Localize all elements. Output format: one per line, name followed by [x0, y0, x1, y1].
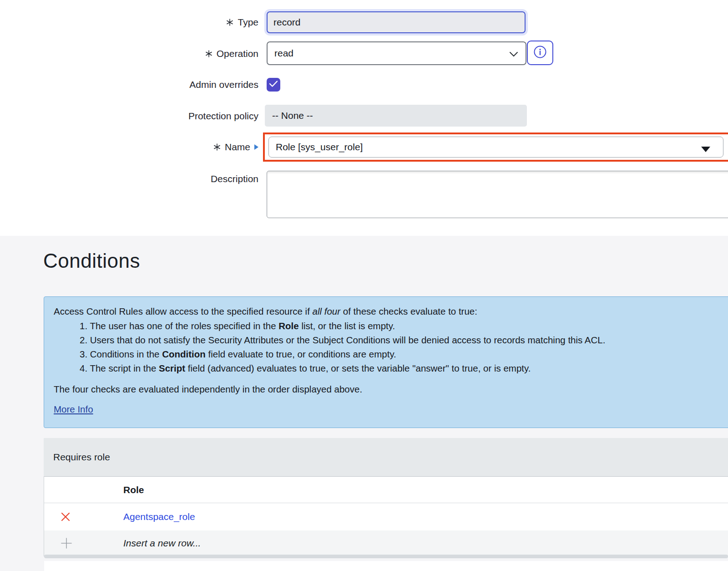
checkmark-icon: [269, 80, 278, 89]
acl-check-item-3: Conditions in the Condition field evalua…: [80, 347, 726, 361]
acl-checks-list: The user has one of the roles specified …: [54, 319, 726, 375]
protection-policy-field: -- None --: [265, 105, 527, 127]
operation-label-text: Operation: [217, 48, 258, 59]
mandatory-star-icon: [226, 19, 233, 26]
description-label: Description: [0, 172, 258, 186]
acl-form-screen: Type record Operation read Admin overrid…: [0, 0, 728, 571]
add-row-icon: [60, 537, 73, 550]
chevron-down-icon: [509, 51, 518, 57]
protection-policy-label-text: Protection policy: [188, 111, 258, 122]
requires-role-table: Role Agentspace_role: [44, 476, 728, 556]
operation-selected-value: read: [274, 48, 293, 58]
acl-check-item-4: The script in the Script field (advanced…: [80, 361, 726, 375]
horizontal-scrollbar[interactable]: [44, 555, 728, 558]
operation-info-button[interactable]: [527, 41, 553, 65]
more-info-link[interactable]: More Info: [54, 404, 93, 415]
conditions-heading: Conditions: [43, 250, 140, 272]
table-header-row: Role: [44, 477, 728, 503]
description-textarea[interactable]: [267, 171, 728, 218]
name-selected-value: Role [sys_user_role]: [276, 142, 363, 153]
next-section-edge: [44, 561, 728, 571]
description-label-text: Description: [211, 173, 258, 184]
table-row: Agentspace_role: [44, 503, 728, 530]
role-column-header: Role: [123, 484, 144, 495]
type-label-text: Type: [238, 17, 258, 28]
acl-form: Type record Operation read Admin overrid…: [0, 0, 728, 236]
requires-role-header-text: Requires role: [53, 452, 110, 463]
role-link[interactable]: Agentspace_role: [123, 511, 195, 522]
operation-select[interactable]: read: [267, 41, 526, 65]
acl-check-item-2: Users that do not satisfy the Security A…: [80, 333, 726, 347]
name-field-highlight-annotation: Role [sys_user_role]: [263, 133, 728, 162]
delete-row-icon[interactable]: [60, 511, 71, 522]
mandatory-star-icon: [205, 50, 212, 57]
type-field[interactable]: record: [267, 11, 526, 33]
name-label: Name: [0, 140, 258, 154]
admin-overrides-label-text: Admin overrides: [189, 79, 258, 90]
acl-check-item-1: The user has one of the roles specified …: [80, 319, 726, 333]
reference-arrow-icon: [254, 144, 258, 150]
info-intro: Access Control Rules allow access to the…: [54, 305, 726, 318]
caret-down-icon: [701, 147, 710, 152]
admin-overrides-checkbox[interactable]: [267, 78, 280, 92]
requires-role-header: Requires role: [44, 438, 728, 476]
info-icon: [533, 45, 547, 61]
type-label: Type: [0, 15, 258, 29]
name-select[interactable]: Role [sys_user_role]: [268, 137, 723, 158]
conditions-section: Conditions Access Control Rules allow ac…: [0, 236, 728, 571]
info-footer: The four checks are evaluated independen…: [54, 382, 726, 396]
admin-overrides-label: Admin overrides: [0, 78, 258, 92]
name-label-text: Name: [225, 142, 250, 153]
insert-row-label: Insert a new row...: [123, 538, 201, 548]
mandatory-star-icon: [213, 143, 221, 151]
acl-rules-info-box: Access Control Rules allow access to the…: [44, 296, 728, 428]
protection-policy-label: Protection policy: [0, 109, 258, 123]
insert-new-row[interactable]: Insert a new row...: [44, 530, 728, 556]
operation-label: Operation: [0, 47, 258, 61]
